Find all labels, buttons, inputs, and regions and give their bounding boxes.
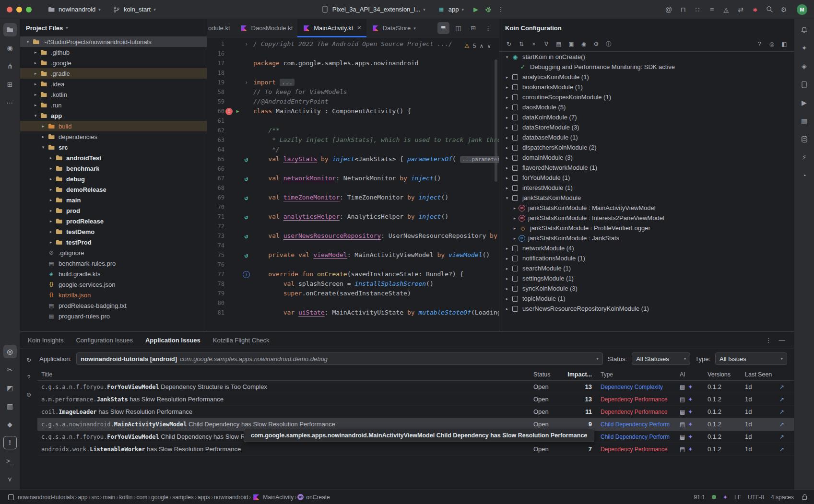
koin-tree-item[interactable]: ▸topicModule (1) [499,293,794,304]
breadcrumb[interactable]: app [78,494,87,501]
chevron-right-icon[interactable]: ▸ [47,240,55,245]
line-number[interactable]: 76 [207,260,224,270]
chevron-right-icon[interactable]: ▸ [503,176,511,180]
todo-icon[interactable]: ≡ [706,3,718,16]
tree-item[interactable]: ▸.run [20,100,207,110]
code-line[interactable]: 58// To keep for ViewModels [207,87,499,97]
koin-gutter-icon[interactable]: ↺ [243,156,250,163]
line-number[interactable]: 70 [207,202,224,212]
issues-tab[interactable]: Configuration Issues [76,337,133,344]
chevron-down-icon[interactable]: ▾ [413,26,416,31]
chevron-right-icon[interactable]: ▸ [503,165,511,170]
code-line[interactable]: 65↺ val lazyStats by inject<JankStats> {… [207,154,499,164]
koin-tree-item[interactable]: ▸dataStoreModule (3) [499,122,794,132]
ai-spark-icon[interactable]: ✦ [688,421,693,428]
mention-icon[interactable]: @ [662,3,675,16]
doc-icon[interactable]: ▤ [680,409,685,415]
editor-tab[interactable]: DataStore▾ [366,19,421,37]
chevron-down-icon[interactable]: ▾ [39,145,47,150]
chevron-down-icon[interactable]: ▾ [503,196,511,200]
debug-button[interactable] [484,5,493,14]
editor-scrollbar[interactable] [495,59,497,182]
database-icon[interactable] [798,132,811,146]
chevron-right-icon[interactable]: ▸ [503,135,511,140]
git-icon[interactable]: ⋎ [3,472,17,486]
prev-issue-icon[interactable]: ∧ [479,41,484,51]
more-vert-icon[interactable]: ⋮ [764,336,773,345]
help-icon[interactable]: ? [754,38,765,50]
minimize-window-button[interactable] [16,7,22,12]
column-header[interactable]: Last Seen [745,371,779,378]
tree-item[interactable]: ▤prodRelease-badging.txt [20,300,207,311]
chevron-right-icon[interactable]: ▸ [47,166,55,171]
koin-gutter-icon[interactable]: ↺ [243,194,250,201]
chevron-right-icon[interactable]: ▸ [503,105,511,110]
code-line[interactable]: 75↺ private val viewModel: MainActivityV… [207,250,499,260]
close-icon[interactable]: × [528,38,540,50]
code-line[interactable]: 71↺ val analyticsHelper: AnalyticsHelper… [207,212,499,222]
breadcrumb[interactable]: main [103,494,115,501]
tree-item[interactable]: ▸debug [20,174,207,184]
chevron-right-icon[interactable]: ▸ [503,95,511,100]
chevron-right-icon[interactable]: ▸ [503,306,511,311]
save-icon[interactable]: ▣ [566,38,577,50]
koin-gutter-icon[interactable]: ↺ [243,233,250,240]
chevron-right-icon[interactable]: ▸ [39,134,47,139]
more-vert-icon[interactable]: ⋮ [482,22,494,34]
breadcrumb[interactable]: monCreate [297,494,330,501]
code-area[interactable]: ⚠ 5 ∧ ∨ 1›/ Copyright 2022 The Android O… [207,37,499,331]
issues-tab[interactable]: Kotzilla Flight Check [213,337,270,344]
chevron-right-icon[interactable]: ▸ [503,266,511,271]
koin-tree-item[interactable]: ✓Debugging and Performance Monitoring: S… [499,62,794,72]
tree-item[interactable]: ▸build [20,121,207,131]
breadcrumb[interactable]: nowinandroid-tutorials [7,493,74,502]
ai-spark-icon[interactable]: ✦ [688,446,693,453]
caret-position[interactable]: 91:1 [694,494,705,501]
koin-tree-item[interactable]: ▸analyticsKoinModule (1) [499,72,794,82]
diff-icon[interactable]: ⇄ [734,3,747,16]
lock-icon[interactable] [801,494,807,501]
koin-tree-item[interactable]: ▸forYouModule (1) [499,173,794,183]
line-number[interactable]: 80 [207,298,224,308]
chevron-right-icon[interactable]: ▸ [511,236,519,241]
override-icon[interactable]: ↑ [243,271,250,278]
doc-icon[interactable]: ▤ [680,384,685,390]
doc-icon[interactable]: ▤ [680,434,685,440]
code-line[interactable]: 64 */ [207,145,499,154]
koin-gutter-icon[interactable]: ↺ [243,252,250,259]
column-header[interactable]: Type [601,371,680,378]
code-line[interactable]: 61 [207,116,499,126]
tree-item[interactable]: ▾src [20,142,207,152]
code-line[interactable]: 81 var uiState: MainActivityUiState by m… [207,308,499,317]
koin-tree-item[interactable]: ▾jankStatsKoinModule [499,193,794,203]
tree-item[interactable]: ◈build.gradle.kts [20,269,207,279]
chevron-right-icon[interactable]: ▸ [47,219,55,223]
problems-icon[interactable]: ! [3,436,17,449]
group-icon[interactable]: ▤ [553,38,565,50]
column-header[interactable]: Status [533,371,567,378]
koin-tree-item[interactable]: ▸coroutineScopesKoinModule (1) [499,92,794,102]
line-number[interactable]: 75 [207,250,224,260]
running-devices-icon[interactable]: ▶ [798,96,811,109]
chevron-right-icon[interactable]: ▸ [503,145,511,150]
fold-icon[interactable]: › [243,79,250,86]
tree-item[interactable]: ▸prod [20,205,207,216]
chevron-down-icon[interactable]: ▾ [32,113,39,118]
device-selector[interactable]: Pixel_3a_API_34_extension_l... ▾ [317,3,429,16]
breadcrumb[interactable]: google [151,494,168,501]
code-line[interactable]: 79 super.onCreate(savedInstanceState) [207,289,499,298]
tree-item[interactable]: ▸dependencies [20,131,207,142]
adb-icon[interactable]: ⚡ [798,151,811,164]
line-number[interactable]: 58 [207,87,224,97]
updown-icon[interactable]: ⇅ [516,38,527,50]
tree-item[interactable]: ▸demoRelease [20,184,207,195]
device-manager-icon[interactable] [798,78,811,91]
ai-spark-icon[interactable]: ✦ [688,384,693,390]
chevron-right-icon[interactable]: ▸ [47,229,55,234]
line-number[interactable]: 1 [207,39,224,49]
user-avatar[interactable]: M [797,4,807,15]
tree-item[interactable]: ▸.gradle [20,68,207,79]
koin-tree-item[interactable]: ▸dispatchersKoinModule (2) [499,142,794,152]
code-line[interactable]: 17package com.google.samples.apps.nowina… [207,59,499,68]
issue-row[interactable]: androidx.work.ListenableWorker has Slow … [37,443,794,456]
